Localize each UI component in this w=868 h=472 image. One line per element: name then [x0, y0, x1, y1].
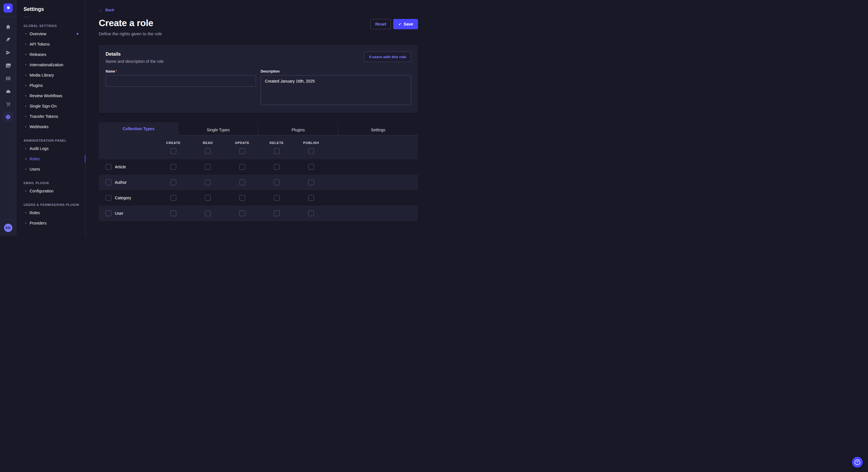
strapi-logo-icon	[5, 5, 11, 11]
bullet-icon	[25, 64, 26, 65]
article-publish-checkbox[interactable]	[308, 164, 314, 170]
tab-collection-types[interactable]: Collection Types	[99, 122, 179, 135]
select-all-update-checkbox[interactable]	[239, 148, 245, 154]
content-manager-feather-icon[interactable]	[5, 37, 11, 42]
sidebar-item-users[interactable]: Users	[17, 164, 85, 174]
home-icon[interactable]	[5, 24, 11, 30]
section-administration-panel: ADMINISTRATION PANEL Audit Logs Roles Us…	[17, 139, 85, 174]
row-label: Article	[115, 165, 126, 169]
rail-icon-list	[3, 24, 13, 220]
section-label: EMAIL PLUGIN	[17, 181, 85, 185]
sidebar-item-api-tokens[interactable]: API Tokens	[17, 39, 85, 49]
author-publish-checkbox[interactable]	[308, 179, 314, 185]
bullet-icon	[25, 212, 26, 213]
sidebar-item-single-sign-on[interactable]: Single Sign-On	[17, 101, 85, 111]
sidebar-item-transfer-tokens[interactable]: Transfer Tokens	[17, 111, 85, 122]
sidebar-item-review-workflows[interactable]: Review Workflows	[17, 91, 85, 101]
sidebar-item-roles-admin[interactable]: Roles	[17, 154, 85, 164]
deploy-paper-plane-icon[interactable]	[5, 49, 11, 55]
details-fields: Name* Description Created January 16th, …	[105, 69, 411, 106]
column-update: UPDATE	[225, 141, 259, 144]
reset-button[interactable]: Reset	[370, 19, 391, 29]
details-card-header: Details Name and description of the role…	[105, 52, 411, 64]
permissions-tabs: Collection Types Single Types Plugins Se…	[99, 122, 418, 135]
settings-gear-icon[interactable]	[3, 112, 13, 122]
sidebar-item-roles-up[interactable]: Roles	[17, 208, 85, 218]
notification-dot-icon	[76, 33, 79, 35]
row-select-checkbox[interactable]	[105, 179, 112, 185]
row-label: User	[115, 211, 123, 216]
name-input[interactable]	[105, 75, 256, 87]
user-update-checkbox[interactable]	[239, 210, 245, 216]
category-update-checkbox[interactable]	[239, 195, 245, 201]
bullet-icon	[25, 85, 26, 86]
sidebar-item-media-library[interactable]: Media Library	[17, 70, 85, 80]
user-read-checkbox[interactable]	[205, 210, 211, 216]
article-create-checkbox[interactable]	[170, 164, 176, 170]
bullet-icon	[25, 223, 26, 224]
article-update-checkbox[interactable]	[239, 164, 245, 170]
section-label: USERS & PERMISSIONS PLUGIN	[17, 203, 85, 206]
category-create-checkbox[interactable]	[170, 195, 176, 201]
article-read-checkbox[interactable]	[205, 164, 211, 170]
sidebar-item-providers[interactable]: Providers	[17, 218, 85, 228]
select-all-row	[99, 148, 418, 154]
sidebar-item-overview[interactable]: Overview	[17, 29, 85, 39]
app-window: KD Settings GLOBAL SETTINGS Overview API…	[0, 0, 434, 236]
sidebar-item-audit-logs[interactable]: Audit Logs	[17, 143, 85, 154]
tab-plugins[interactable]: Plugins	[258, 125, 338, 135]
permissions-section: Collection Types Single Types Plugins Se…	[99, 122, 418, 221]
user-create-checkbox[interactable]	[170, 210, 176, 216]
column-create: CREATE	[156, 141, 191, 144]
row-select-checkbox[interactable]	[105, 164, 112, 170]
section-users-permissions-plugin: USERS & PERMISSIONS PLUGIN Roles Provide…	[17, 203, 85, 228]
name-label: Name*	[105, 69, 256, 73]
save-button[interactable]: ✓ Save	[393, 19, 418, 29]
row-select-checkbox[interactable]	[105, 210, 112, 216]
user-delete-checkbox[interactable]	[274, 210, 280, 216]
back-link[interactable]: ← Back	[99, 8, 114, 12]
select-all-delete-checkbox[interactable]	[274, 148, 280, 154]
sidebar-item-plugins[interactable]: Plugins	[17, 80, 85, 91]
rail-footer: KD	[0, 220, 16, 236]
table-row-article: Article	[99, 159, 418, 175]
description-textarea[interactable]: Created January 16th, 2025	[260, 75, 411, 105]
author-read-checkbox[interactable]	[205, 179, 211, 185]
rail-header	[0, 0, 16, 16]
row-label: Category	[115, 196, 131, 200]
article-delete-checkbox[interactable]	[274, 164, 280, 170]
sidebar-item-webhooks[interactable]: Webhooks	[17, 122, 85, 132]
category-publish-checkbox[interactable]	[308, 195, 314, 201]
marketplace-cart-icon[interactable]	[5, 101, 11, 107]
author-create-checkbox[interactable]	[170, 179, 176, 185]
sidebar-item-releases[interactable]: Releases	[17, 49, 85, 60]
row-label: Author	[115, 180, 127, 185]
cloud-icon[interactable]	[5, 88, 11, 94]
media-library-icon[interactable]	[5, 63, 11, 68]
settings-sidebar: Settings GLOBAL SETTINGS Overview API To…	[17, 0, 86, 236]
user-publish-checkbox[interactable]	[308, 210, 314, 216]
strapi-logo[interactable]	[3, 3, 12, 12]
select-all-read-checkbox[interactable]	[205, 148, 211, 154]
tab-single-types[interactable]: Single Types	[179, 125, 258, 135]
row-select-checkbox[interactable]	[105, 195, 112, 201]
users-with-role-button[interactable]: 0 users with this role	[364, 52, 411, 62]
page-subtitle: Define the rights given to the role	[99, 31, 162, 36]
sidebar-item-internationalization[interactable]: Internationalization	[17, 60, 85, 70]
tab-settings[interactable]: Settings	[338, 125, 418, 135]
select-all-publish-checkbox[interactable]	[308, 148, 314, 154]
user-avatar[interactable]: KD	[4, 224, 12, 232]
column-labels-row: CREATE READ UPDATE DELETE PUBLISH	[99, 141, 418, 144]
details-card: Details Name and description of the role…	[99, 45, 418, 113]
description-field-group: Description Created January 16th, 2025	[260, 69, 411, 106]
main-content: ← Back Create a role Define the rights g…	[86, 0, 434, 236]
content-type-builder-icon[interactable]	[5, 75, 11, 81]
author-update-checkbox[interactable]	[239, 179, 245, 185]
category-read-checkbox[interactable]	[205, 195, 211, 201]
select-all-create-checkbox[interactable]	[170, 148, 176, 154]
column-publish: PUBLISH	[294, 141, 329, 144]
bullet-icon	[25, 95, 26, 96]
author-delete-checkbox[interactable]	[274, 179, 280, 185]
category-delete-checkbox[interactable]	[274, 195, 280, 201]
sidebar-item-configuration[interactable]: Configuration	[17, 186, 85, 196]
